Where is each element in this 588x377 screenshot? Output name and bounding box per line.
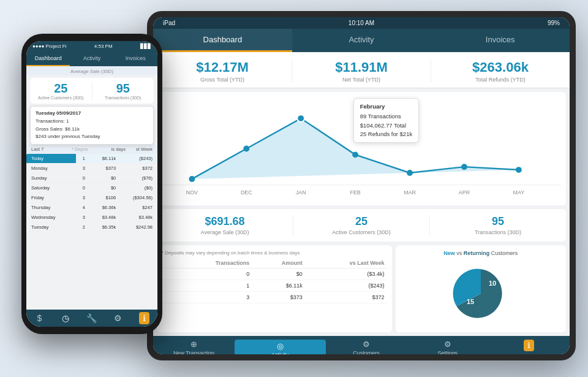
svg-point-7 — [461, 164, 467, 170]
svg-point-6 — [407, 170, 413, 176]
phone-table-tx: 2 — [76, 223, 91, 232]
tablet-bottom-section: * Deposits may vary depending on batch t… — [157, 245, 566, 332]
phone-table-tx: 3 — [76, 213, 91, 223]
tablet-tx-label: Transactions (30D) — [430, 229, 566, 235]
phone-bottom-bar: $ ◷ 🔧 ⚙ ℹ — [26, 310, 157, 327]
phone-settings-btn[interactable]: ⚙ — [105, 312, 131, 324]
svg-text:DEC: DEC — [241, 189, 252, 196]
phone-battery: ▊▊▊ — [140, 44, 151, 49]
col-amount: Amount — [252, 258, 305, 268]
tablet-new-transaction-btn[interactable]: ⊕ New Transaction — [153, 340, 235, 354]
tablet-status-bar: iPad 10:10 AM 99% — [153, 17, 570, 29]
settings-icon: ⚙ — [444, 340, 451, 349]
svg-text:10: 10 — [489, 280, 496, 287]
table-cell-vs: $372 — [305, 292, 387, 303]
phone-carrier: ●●●● Project Fi — [32, 44, 66, 49]
tablet-bottom-bar: ⊕ New Transaction ◎ Activity ⚙ Customers… — [153, 336, 570, 354]
tablet-table-section: * Deposits may vary depending on batch t… — [157, 245, 392, 332]
table-cell-vs: ($3.4k) — [305, 268, 387, 280]
phone-table-amount: $106 — [91, 193, 121, 203]
phone-last7-header: Last 7 * Depos is days st Week — [26, 145, 157, 154]
phone-last7-note: * Depos — [72, 147, 99, 152]
phone-tx-value: 95 — [92, 82, 154, 96]
pie-title-suffix: Customers — [491, 250, 518, 256]
phone-table-day: Saturday — [26, 183, 76, 193]
phone-nav: Dashboard Activity Invoices — [26, 51, 157, 66]
table-cell-tx: 1 — [172, 280, 252, 292]
tablet-battery: 99% — [548, 20, 560, 26]
col-day — [162, 258, 172, 268]
svg-text:NOV: NOV — [186, 189, 198, 196]
phone-table-day: Tuesday — [26, 223, 76, 232]
customers-icon: ⚙ — [363, 340, 370, 349]
phone-table-tx: 0 — [76, 183, 91, 193]
tablet-stat-avg: $691.68 Average Sale (30D) — [157, 215, 293, 235]
phone-screen: ●●●● Project Fi 4:53 PM ▊▊▊ Dashboard Ac… — [26, 41, 157, 327]
phone-table-day: Thursday — [26, 203, 76, 213]
tablet-tab-invoices[interactable]: Invoices — [431, 29, 570, 52]
tablet-activity-btn[interactable]: ◎ Activity — [235, 340, 326, 354]
activity-label: Activity — [271, 352, 289, 354]
svg-text:APR: APR — [459, 189, 470, 196]
new-txn-label: New Transaction — [173, 350, 214, 354]
tablet-avg-value: $691.68 — [157, 215, 293, 228]
phone-table-day: Wednesday — [26, 213, 76, 223]
tablet-tab-activity[interactable]: Activity — [292, 29, 431, 52]
phone-dollar-btn[interactable]: $ — [26, 312, 53, 324]
phone-tab-invoices[interactable]: Invoices — [114, 51, 157, 66]
phone-table-amount: $6.36k — [91, 203, 121, 213]
svg-text:MAY: MAY — [513, 189, 525, 196]
phone-last7-week: st Week — [126, 147, 153, 152]
table-cell-tx: 3 — [172, 292, 252, 303]
svg-text:MAR: MAR — [404, 189, 416, 196]
pie-new-label: New — [443, 250, 455, 256]
phone-table-vs: ($243) — [121, 154, 157, 164]
tablet-gross-label: Gross Total (YTD) — [153, 77, 292, 83]
tablet-device: iPad 10:10 AM 99% Dashboard Activity Inv… — [147, 11, 576, 360]
pie-vs: vs — [456, 250, 464, 256]
phone-card-customers: 25 Active Customers (30D) — [30, 82, 92, 100]
table-cell-day — [162, 292, 172, 303]
tablet-metric-refunds: $263.06k Total Refunds (YTD) — [431, 59, 570, 83]
tablet-table-note: * Deposits may vary depending on batch t… — [162, 250, 387, 256]
phone-tools-btn[interactable]: 🔧 — [79, 312, 105, 324]
phone-customers-label: Active Customers (30D) — [30, 96, 92, 100]
phone-time: 4:53 PM — [94, 44, 113, 49]
phone-table-day: Friday — [26, 193, 76, 203]
tablet-pie-section: New vs Returning Customers 10 15 — [396, 245, 567, 332]
phone-tooltip-line1: Transactions: 1 — [36, 118, 148, 126]
phone-table-amount: $6.35k — [91, 223, 121, 232]
info-icon: ℹ — [524, 340, 534, 351]
phone-table-tx: 1 — [76, 154, 91, 164]
phone-tab-activity[interactable]: Activity — [70, 51, 113, 66]
tablet-info-btn[interactable]: ℹ — [488, 340, 570, 354]
phone-clock-btn[interactable]: ◷ — [53, 312, 79, 324]
pie-legend-title: New vs Returning Customers — [443, 250, 518, 256]
customers-label: Customers — [353, 350, 380, 354]
tablet-data-table: Transactions Amount vs Last Week 0 $0 ($… — [162, 258, 387, 303]
tablet-metrics-row: $12.17M Gross Total (YTD) $11.91M Net To… — [153, 52, 570, 88]
phone-card-tx: 95 Transactions (30D) — [92, 82, 154, 100]
tablet-stat-tx: 95 Transactions (30D) — [430, 215, 566, 235]
table-cell-amount: $6.11k — [252, 280, 305, 292]
phone-table-container: Today 1 $6.11k ($243) Monday 3 $373 $372… — [26, 154, 157, 310]
col-tx: Transactions — [172, 258, 252, 268]
phone-activity-table: Today 1 $6.11k ($243) Monday 3 $373 $372… — [26, 154, 157, 232]
tablet-settings-btn[interactable]: ⚙ Settings — [407, 340, 488, 354]
tablet-tab-dashboard[interactable]: Dashboard — [153, 29, 292, 52]
tablet-gross-value: $12.17M — [153, 59, 292, 75]
tablet-carrier: iPad — [163, 20, 175, 26]
phone-last7-days: is days — [99, 147, 126, 152]
tablet-tx-value: 95 — [430, 215, 566, 228]
table-cell-day — [162, 268, 172, 280]
tablet-customers-label: Active Customers (30D) — [293, 229, 429, 235]
tablet-metric-gross: $12.17M Gross Total (YTD) — [153, 59, 292, 83]
phone-tab-dashboard[interactable]: Dashboard — [26, 51, 70, 66]
tablet-customers-btn[interactable]: ⚙ Customers — [326, 340, 407, 354]
phone-table-day: Monday — [26, 164, 76, 173]
phone-table-vs: $372 — [121, 164, 157, 173]
settings-label: Settings — [438, 350, 458, 354]
phone-info-btn[interactable]: ℹ — [131, 312, 157, 324]
phone-table-tx: 0 — [76, 173, 91, 183]
tablet-customers-value: 25 — [293, 215, 429, 228]
